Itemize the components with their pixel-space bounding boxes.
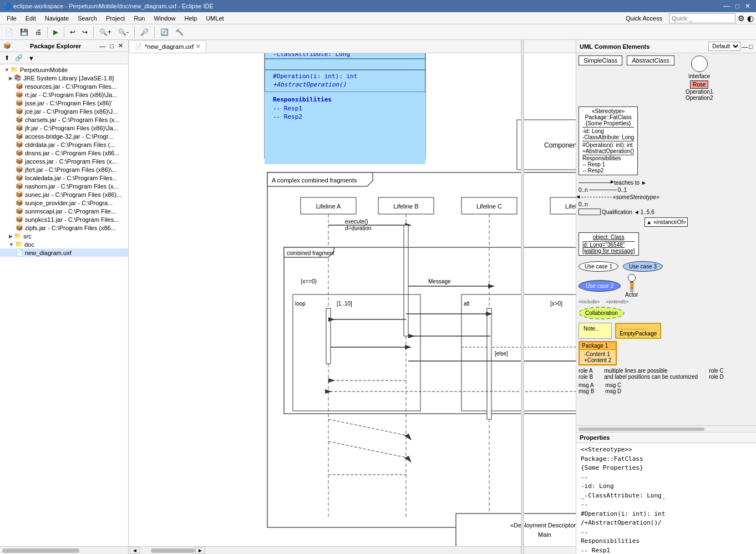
- tree-item-doc[interactable]: ▼ 📁 doc: [0, 240, 128, 248]
- tree-item-new-diagram[interactable]: 📄 new_diagram.uxf: [0, 248, 128, 257]
- tree-item-jre[interactable]: ▶ 📚 JRE System Library [JavaSE-1.8]: [0, 74, 128, 82]
- tree-item-sunjce[interactable]: 📦 sunjce_provider.jar - C:\Progra...: [0, 199, 128, 207]
- tree-item-sunec[interactable]: 📦 sunec.jar - C:\Program Files (x86)...: [0, 190, 128, 199]
- tree-item-access-bridge[interactable]: 📦 access-bridge-32.jar - C:\Progr...: [0, 132, 128, 140]
- tree-item-nashorn[interactable]: 📦 nashorn.jar - C:\Program Files (x...: [0, 182, 128, 190]
- note-element[interactable]: Note..: [579, 323, 612, 339]
- minimize-button[interactable]: —: [721, 2, 732, 10]
- abstract-class-element[interactable]: AbstractClass: [627, 55, 674, 65]
- tree-item-src[interactable]: ▶ 📁 src: [0, 232, 128, 240]
- tree-item-sunpkcs11[interactable]: 📦 sunpkcs11.jar - C:\Program Files...: [0, 215, 128, 223]
- close-button[interactable]: ✕: [743, 2, 753, 10]
- tree-item-dnsns[interactable]: 📦 dnsns.jar - C:\Program Files (x86...: [0, 149, 128, 157]
- teaches-relation: ► teaches to ►: [579, 180, 754, 186]
- window-controls[interactable]: — □ ✕: [721, 2, 753, 10]
- collapse-all-btn[interactable]: ⬆: [2, 53, 12, 63]
- tree-item-charsets[interactable]: 📦 charsets.jar - C:\Program Files (x...: [0, 115, 128, 124]
- uml-panel-minimize-btn[interactable]: —: [742, 42, 748, 51]
- tree-item-rt[interactable]: 📦 rt.jar - C:\Program Files (x86)\Ja...: [0, 90, 128, 99]
- uml-panel-maximize-btn[interactable]: □: [749, 42, 753, 51]
- vertical-splitter[interactable]: [521, 40, 524, 554]
- tree-item-resources[interactable]: 📦 resources.jar - C:\Program Files...: [0, 82, 128, 90]
- minimize-panel-btn[interactable]: —: [98, 42, 107, 50]
- tree-item-cldrdata[interactable]: 📦 cldrdata.jar - C:\Program Files (...: [0, 140, 128, 149]
- menu-run[interactable]: Run: [129, 14, 149, 23]
- tree-item-jce[interactable]: 📦 jce.jar - C:\Program Files (x86)\J...: [0, 107, 128, 115]
- menu-edit[interactable]: Edit: [21, 14, 40, 23]
- maximize-panel-btn[interactable]: □: [108, 42, 115, 50]
- panel-header-controls[interactable]: — □ ✕: [98, 42, 125, 50]
- tree-label: nashorn.jar - C:\Program Files (x...: [25, 183, 119, 190]
- redo-button[interactable]: ↪: [79, 27, 90, 38]
- menu-search[interactable]: Search: [73, 14, 102, 23]
- use-case-1-element[interactable]: Use case 1: [579, 261, 618, 272]
- refresh-button[interactable]: 🔄: [158, 27, 171, 38]
- menu-help[interactable]: Help: [180, 14, 202, 23]
- collaboration-oval[interactable]: Collaboration: [579, 307, 625, 319]
- properties-title: Properties: [580, 434, 610, 441]
- scroll-thumb-h[interactable]: [151, 548, 195, 553]
- maximize-button[interactable]: □: [733, 2, 742, 10]
- tree-item-sunmscapi[interactable]: 📦 sunmscapi.jar - C:\Program File...: [0, 207, 128, 215]
- editor-tab-new-diagram[interactable]: 📄 *new_diagram.uxf ✕: [129, 40, 206, 52]
- menu-umlet[interactable]: UMLet: [201, 14, 228, 23]
- right-panel-scrollbar-h[interactable]: [576, 425, 756, 432]
- print-button[interactable]: 🖨: [32, 27, 44, 38]
- explorer-scrollbar-h[interactable]: [0, 546, 128, 554]
- interface-circle[interactable]: [691, 55, 708, 72]
- note-package-row: Note.. EmptyPackage: [579, 323, 754, 339]
- scroll-right-btn[interactable]: ►: [195, 547, 205, 554]
- op1-label: Operation1: [686, 89, 713, 95]
- zoom-out-button[interactable]: 🔍-: [115, 27, 131, 38]
- toolbar-icon-btn1[interactable]: ⚙: [738, 14, 745, 23]
- tab-icon: 📄: [135, 43, 143, 50]
- new-button[interactable]: 📄: [2, 27, 16, 38]
- search-button[interactable]: 🔎: [138, 27, 151, 38]
- close-panel-btn[interactable]: ✕: [116, 42, 125, 50]
- svg-text:Lifeline B: Lifeline B: [393, 203, 418, 210]
- main-layout: 📦 Package Explorer — □ ✕ ⬆ 🔗 ▼ ▼ 📁 Perpe…: [0, 40, 756, 554]
- build-button[interactable]: 🔨: [172, 27, 186, 38]
- tree-item-jsse[interactable]: 📦 jsse.jar - C:\Program Files (x86)': [0, 99, 128, 107]
- tree-item-jfr[interactable]: 📦 jfr.jar - C:\Program Files (x86)\Ja...: [0, 124, 128, 132]
- toolbar-icon-btn2[interactable]: ◐: [747, 14, 754, 23]
- tree-item-zipfs[interactable]: 📦 zipfs.jar - C:\Program Files (x86...: [0, 223, 128, 232]
- save-button[interactable]: 💾: [17, 27, 31, 38]
- tree-item-perpetuummobile[interactable]: ▼ 📁 PerpetuumMobile: [0, 65, 128, 74]
- include-extends-labels: «include» «extends»: [579, 299, 754, 304]
- menu-navigate[interactable]: Navigate: [40, 14, 73, 23]
- tree-label: rt.jar - C:\Program Files (x86)\Ja...: [25, 92, 117, 98]
- component-box: Component: [517, 120, 576, 170]
- svg-text:alt: alt: [464, 301, 470, 307]
- quick-access-input[interactable]: [669, 13, 735, 23]
- explorer-scroll-thumb[interactable]: [2, 548, 79, 553]
- menu-window[interactable]: Window: [149, 14, 180, 23]
- stereotype-attrs: -id: Long-ClassAttribute: Long: [582, 128, 634, 141]
- explorer-menu-btn[interactable]: ▼: [26, 53, 37, 63]
- instanceof-section: ▲ «instanceOf»: [579, 217, 754, 228]
- zoom-in-button[interactable]: 🔍+: [97, 27, 114, 38]
- tab-close-btn[interactable]: ✕: [196, 43, 200, 49]
- package-explorer-header: 📦 Package Explorer — □ ✕: [0, 40, 128, 52]
- scroll-left-btn[interactable]: ◄: [130, 547, 140, 554]
- canvas-scrollbar-h[interactable]: ◄ ►: [129, 546, 576, 554]
- use-case-3-element[interactable]: Use case 3: [623, 261, 663, 272]
- link-with-editor-btn[interactable]: 🔗: [13, 53, 25, 63]
- tree-item-jfxrt[interactable]: 📦 jfxrt.jar - C:\Program Files (x86)\...: [0, 165, 128, 174]
- uml-panel-controls[interactable]: Default — □: [708, 42, 753, 51]
- tree-item-localedata[interactable]: 📦 localedata.jar - C:\Program Files...: [0, 174, 128, 182]
- undo-button[interactable]: ↩: [67, 27, 78, 38]
- package1-box[interactable]: Package 1 -Content 1 +Content 2: [579, 341, 617, 365]
- menu-project[interactable]: Project: [102, 14, 129, 23]
- use-case-2-element[interactable]: Use case 2: [579, 280, 621, 292]
- right-scroll-thumb[interactable]: [579, 428, 704, 431]
- svg-text:-ClassAttribute: Long: -ClassAttribute: Long: [273, 53, 350, 58]
- menu-file[interactable]: File: [2, 14, 21, 23]
- run-button[interactable]: ▶: [50, 27, 61, 38]
- simple-class-element[interactable]: SimpleClass: [579, 55, 622, 65]
- empty-package-element[interactable]: EmptyPackage: [615, 323, 661, 339]
- editor-canvas[interactable]: -ClassAttribute: Long #Operation(i: int)…: [129, 53, 576, 546]
- tree-item-jaccess[interactable]: 📦 jaccess.jar - C:\Program Files (x...: [0, 157, 128, 165]
- uml-panel-dropdown[interactable]: Default: [708, 42, 740, 51]
- abstract-class-box[interactable]: AbstractClass: [627, 55, 674, 65]
